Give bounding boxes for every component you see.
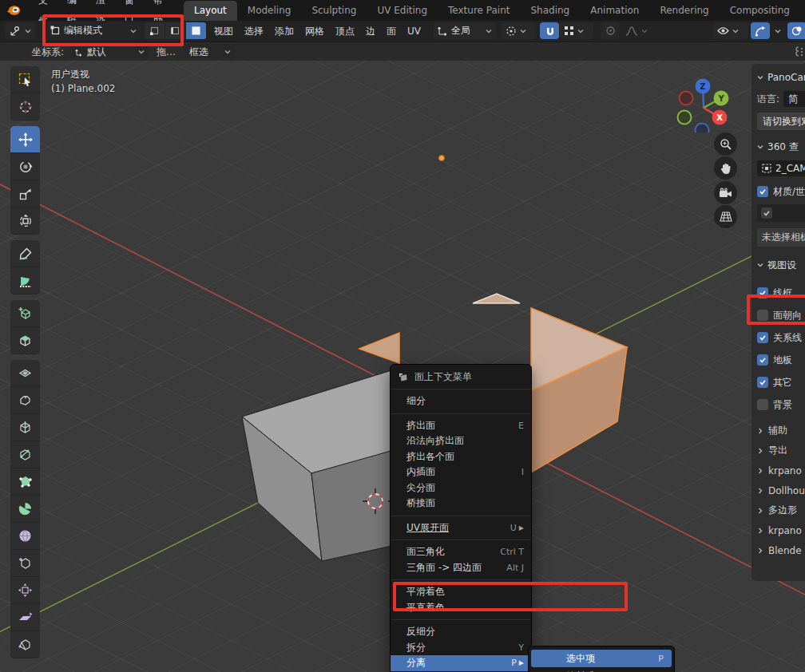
menu-item-split[interactable]: 拆分Y <box>391 640 531 656</box>
show-overlays-toggle[interactable] <box>787 22 805 39</box>
menu-item-bridge-faces[interactable]: 桥接面 <box>391 496 531 512</box>
toggle-perspective-button[interactable] <box>714 205 737 228</box>
panel-section-polygon[interactable]: 多边形 <box>757 500 805 520</box>
viewport-3d[interactable]: 用户透视 (1) Plane.002 <box>0 61 805 672</box>
menu-vertex[interactable]: 顶点 <box>335 21 355 42</box>
proportional-editing-button[interactable] <box>601 22 620 39</box>
menu-face[interactable]: 面 <box>387 21 396 42</box>
background-checkbox-row[interactable]: 背景 <box>757 397 805 413</box>
tool-shear[interactable] <box>10 604 40 631</box>
panel-section-dollhouse[interactable]: Dollhou <box>757 480 805 500</box>
gizmo-minus-x-axis[interactable] <box>680 92 693 105</box>
menu-uv[interactable]: UV <box>407 21 421 42</box>
language-dropdown[interactable]: 简 <box>783 91 805 107</box>
tool-inset-faces[interactable] <box>10 360 40 387</box>
menu-view[interactable]: 视图 <box>214 21 233 42</box>
others-checkbox-row[interactable]: 其它 <box>757 374 805 390</box>
tab-layout[interactable]: Layout <box>184 1 237 21</box>
tool-knife[interactable] <box>10 441 40 468</box>
menu-item-separate[interactable]: 分离P▶ <box>391 655 531 671</box>
menu-item-tris-to-quads[interactable]: 三角面 -> 四边面Alt J <box>391 560 531 576</box>
camera-object-field[interactable]: 2_CAM <box>757 160 805 176</box>
tool-cursor[interactable] <box>10 93 40 121</box>
menu-item-subdivide[interactable]: 细分 <box>391 393 531 409</box>
snap-toggle-button[interactable] <box>540 22 559 39</box>
tool-spin[interactable] <box>10 496 40 523</box>
panel-section-export[interactable]: 导出 <box>757 441 805 461</box>
menu-item-unsubdivide[interactable]: 反细分 <box>391 624 531 640</box>
menu-item-uv-unwrap[interactable]: UV展开面U▶ <box>391 520 531 536</box>
transform-orientation-dropdown[interactable]: 全局 <box>434 22 496 39</box>
menu-edge[interactable]: 边 <box>366 21 375 42</box>
switch-button[interactable]: 请切换到对 <box>757 113 805 130</box>
navigation-gizmo[interactable]: Z Y X <box>676 69 735 132</box>
tool-extrude-region[interactable] <box>10 327 40 354</box>
relationship-lines-checkbox-row[interactable]: 关系线 <box>757 330 805 346</box>
tool-edge-slide[interactable] <box>10 550 40 577</box>
tool-scale[interactable] <box>10 180 40 208</box>
menu-mesh[interactable]: 网格 <box>305 21 324 42</box>
tab-sculpting[interactable]: Sculpting <box>301 1 367 21</box>
editor-type-dropdown[interactable] <box>5 22 35 39</box>
tab-compositing[interactable]: Compositing <box>720 1 800 21</box>
snap-target-dropdown[interactable] <box>560 22 593 39</box>
tab-rendering[interactable]: Rendering <box>649 1 719 21</box>
show-gizmo-toggle[interactable] <box>751 22 770 39</box>
panel-section-krpano-2[interactable]: krpano <box>757 520 805 540</box>
menu-add[interactable]: 添加 <box>275 21 294 42</box>
tab-geometry-nodes[interactable]: Geometry Nodes <box>800 1 805 21</box>
menu-item-poke-faces[interactable]: 尖分面 <box>391 480 531 496</box>
tab-shading[interactable]: Shading <box>520 1 580 21</box>
tab-uv-editing[interactable]: UV Editing <box>367 1 438 21</box>
select-mode-face-button[interactable] <box>186 22 206 39</box>
menu-item-extrude-along-normals[interactable]: 沿法向挤出面 <box>391 433 531 449</box>
tool-shrink-fatten[interactable] <box>10 577 40 604</box>
checkbox-checked[interactable] <box>757 332 768 343</box>
bool-option-row[interactable] <box>757 204 805 222</box>
menu-item-extrude-faces[interactable]: 挤出面E <box>391 418 531 434</box>
gizmo-dropdown[interactable] <box>771 22 787 39</box>
panel-section-viewport-settings[interactable]: 视图设 <box>757 256 805 274</box>
pan-button[interactable] <box>714 156 737 180</box>
show-visibility-dropdown[interactable] <box>713 22 748 39</box>
panel-section-360view[interactable]: 360 查 <box>757 138 805 156</box>
tool-rip-region[interactable] <box>10 631 40 658</box>
select-tool-dropdown[interactable]: 框选 <box>185 44 235 60</box>
tool-loop-cut[interactable] <box>10 414 40 441</box>
gizmo-minus-z-axis[interactable] <box>696 124 709 133</box>
tool-poly-build[interactable] <box>10 468 40 496</box>
panel-section-assist[interactable]: 辅助 <box>757 421 805 441</box>
menu-item-extrude-individual[interactable]: 挤出各个面 <box>391 449 531 465</box>
menu-select[interactable]: 选择 <box>244 21 264 42</box>
floor-checkbox-row[interactable]: 地板 <box>757 352 805 368</box>
pivot-point-dropdown[interactable] <box>502 22 535 39</box>
tool-measure[interactable] <box>10 267 40 294</box>
panel-section-krpano-1[interactable]: krpano <box>757 461 805 480</box>
checkbox-checked[interactable] <box>757 186 768 197</box>
tab-animation[interactable]: Animation <box>580 1 649 21</box>
panel-section-blender[interactable]: Blende <box>757 540 805 560</box>
zoom-button[interactable] <box>714 132 737 156</box>
tool-rotate[interactable] <box>10 153 40 180</box>
gray-cube[interactable] <box>242 368 399 561</box>
gizmo-minus-y-axis[interactable] <box>678 111 692 125</box>
checkbox-checked[interactable] <box>757 354 768 366</box>
checkbox-checked[interactable] <box>757 377 768 388</box>
tab-texture-paint[interactable]: Texture Paint <box>438 1 520 21</box>
menu-item-inset-faces[interactable]: 内插面I <box>391 464 531 480</box>
proportional-falloff-dropdown[interactable] <box>621 22 656 39</box>
region-options-icon[interactable] <box>794 46 803 57</box>
tool-annotate[interactable] <box>10 240 40 267</box>
checkbox-checked[interactable] <box>761 208 772 219</box>
tab-modeling[interactable]: Modeling <box>237 1 302 21</box>
tool-add-cube[interactable] <box>10 300 40 327</box>
panel-section-panocam[interactable]: PanoCam <box>757 69 805 86</box>
coord-system-dropdown[interactable]: 默认 <box>70 44 149 60</box>
tool-move[interactable] <box>10 126 40 153</box>
material-world-checkbox-row[interactable]: 材质/世 <box>757 184 805 200</box>
checkbox-unchecked[interactable] <box>757 399 768 410</box>
tool-transform[interactable] <box>10 208 40 235</box>
camera-view-button[interactable] <box>714 181 737 204</box>
tool-bevel[interactable] <box>10 387 40 414</box>
submenu-item-selection[interactable]: 选中项P <box>531 650 672 667</box>
